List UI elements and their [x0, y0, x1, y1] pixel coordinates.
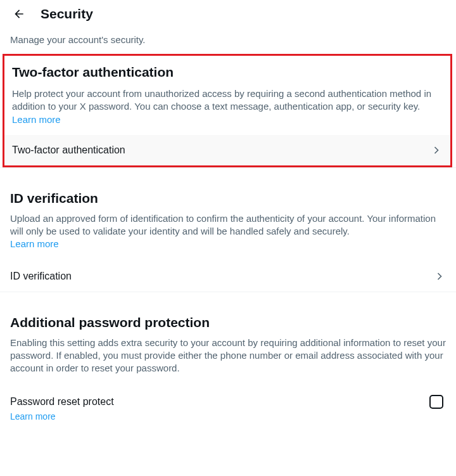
two-factor-nav-row[interactable]: Two-factor authentication — [4, 135, 450, 165]
additional-password-title: Additional password protection — [10, 311, 446, 330]
id-verification-learn-more-link[interactable]: Learn more — [10, 238, 59, 249]
additional-password-description: Enabling this setting adds extra securit… — [10, 337, 446, 375]
page-subtitle: Manage your account's security. — [0, 25, 456, 51]
two-factor-description: Help protect your account from unauthori… — [12, 87, 443, 126]
id-verification-title: ID verification — [10, 187, 446, 206]
id-verification-description: Upload an approved form of identificatio… — [10, 212, 446, 251]
password-reset-protect-label: Password reset protect — [10, 396, 114, 408]
id-verification-desc-text: Upload an approved form of identificatio… — [10, 213, 436, 236]
id-verification-nav-label: ID verification — [10, 271, 72, 282]
two-factor-section: Two-factor authentication Help protect y… — [4, 56, 450, 126]
two-factor-desc-text: Help protect your account from unauthori… — [12, 88, 431, 112]
page-header: Security — [0, 0, 456, 25]
two-factor-nav-label: Two-factor authentication — [12, 145, 125, 156]
highlighted-section: Two-factor authentication Help protect y… — [3, 54, 452, 167]
additional-password-section: Additional password protection Enabling … — [0, 304, 456, 375]
id-verification-nav-row[interactable]: ID verification — [0, 261, 456, 292]
two-factor-title: Two-factor authentication — [12, 61, 443, 80]
password-reset-protect-row: Password reset protect — [0, 386, 456, 411]
page-title: Security — [41, 6, 93, 22]
two-factor-learn-more-link[interactable]: Learn more — [12, 114, 61, 125]
additional-password-learn-more-link[interactable]: Learn more — [0, 411, 456, 428]
chevron-right-icon — [430, 144, 443, 157]
back-arrow-icon[interactable] — [13, 8, 25, 20]
id-verification-section: ID verification Upload an approved form … — [0, 179, 456, 251]
password-reset-protect-checkbox[interactable] — [429, 395, 443, 409]
chevron-right-icon — [433, 270, 446, 283]
